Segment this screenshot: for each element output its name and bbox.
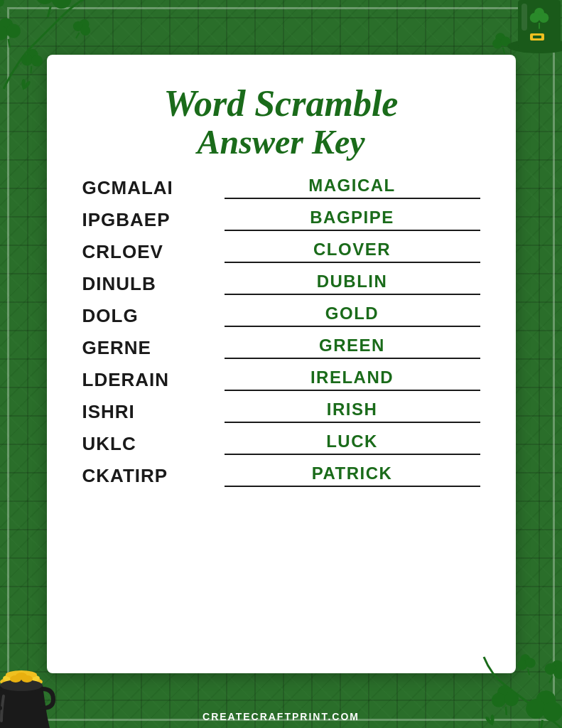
title-line1: Word Scramble <box>82 83 480 124</box>
scrambled-word: UKLC <box>82 433 225 455</box>
svg-line-19 <box>76 33 80 38</box>
word-row: UKLCLUCK <box>82 432 480 458</box>
word-row: CKATIRPPATRICK <box>82 464 480 490</box>
scrambled-word: GCMALAI <box>82 177 225 199</box>
answer-underline <box>225 390 480 391</box>
svg-point-35 <box>3 673 40 683</box>
answer-underline <box>225 486 480 487</box>
scrambled-word: CKATIRP <box>82 465 225 487</box>
svg-point-32 <box>539 13 549 23</box>
answer-underline <box>225 422 480 423</box>
svg-point-21 <box>492 38 504 50</box>
svg-point-54 <box>517 659 529 671</box>
answer-section: IRISH <box>225 400 480 423</box>
answer-section: BAGPIPE <box>225 208 480 231</box>
svg-point-53 <box>519 653 531 665</box>
svg-line-3 <box>48 6 50 17</box>
scrambled-word: DINULB <box>82 273 225 295</box>
word-row: GCMALAIMAGICAL <box>82 176 480 202</box>
svg-line-7 <box>9 39 10 48</box>
svg-point-2 <box>49 0 73 11</box>
answer-word: IRISH <box>327 400 378 419</box>
svg-point-1 <box>33 0 57 6</box>
svg-point-47 <box>504 691 519 707</box>
svg-rect-26 <box>518 32 561 42</box>
answer-word: CLOVER <box>313 240 391 259</box>
answer-underline <box>225 358 480 359</box>
svg-point-50 <box>543 661 558 676</box>
word-row: ISHRIIRISH <box>82 400 480 426</box>
answer-section: IRELAND <box>225 368 480 391</box>
answer-section: GOLD <box>225 304 480 327</box>
svg-point-45 <box>497 685 512 700</box>
title-line2: Answer Key <box>82 124 480 161</box>
answer-section: PATRICK <box>225 464 480 487</box>
scrambled-word: CRLOEV <box>82 241 225 263</box>
word-row: DINULBDUBLIN <box>82 272 480 298</box>
answer-underline <box>225 454 480 455</box>
svg-point-6 <box>5 23 21 39</box>
svg-point-40 <box>16 673 27 680</box>
answer-underline <box>225 326 480 327</box>
svg-point-17 <box>71 19 85 33</box>
answer-section: LUCK <box>225 432 480 455</box>
answer-underline <box>225 294 480 295</box>
svg-point-39 <box>21 675 33 682</box>
answer-section: GREEN <box>225 336 480 359</box>
svg-line-23 <box>503 48 504 54</box>
content-card: Word Scramble Answer Key GCMALAIMAGICALI… <box>47 55 516 673</box>
svg-rect-25 <box>518 0 561 48</box>
svg-point-30 <box>534 8 544 18</box>
svg-point-55 <box>524 657 536 669</box>
svg-point-8 <box>26 48 38 60</box>
svg-rect-27 <box>530 33 544 41</box>
page: Word Scramble Answer Key GCMALAIMAGICALI… <box>0 0 562 728</box>
answer-section: MAGICAL <box>225 176 480 199</box>
answer-word: LUCK <box>326 432 378 451</box>
word-row: IPGBAEPBAGPIPE <box>82 208 480 234</box>
svg-rect-28 <box>533 36 541 38</box>
svg-point-37 <box>0 680 43 691</box>
word-row: LDERAINIRELAND <box>82 368 480 394</box>
word-row: GERNEGREEN <box>82 336 480 362</box>
svg-point-20 <box>495 32 507 44</box>
svg-point-16 <box>77 17 91 31</box>
answer-word: BAGPIPE <box>310 208 394 228</box>
svg-line-52 <box>549 676 552 682</box>
svg-point-36 <box>6 670 37 679</box>
scrambled-word: IPGBAEP <box>82 209 225 231</box>
scrambled-word: ISHRI <box>82 401 225 423</box>
svg-point-24 <box>507 39 562 53</box>
word-row: CRLOEVCLOVER <box>82 240 480 266</box>
svg-point-9 <box>21 54 33 66</box>
svg-point-14 <box>0 0 5 8</box>
svg-point-34 <box>0 676 43 687</box>
svg-point-5 <box>0 25 9 41</box>
answer-section: DUBLIN <box>225 272 480 295</box>
svg-point-46 <box>491 692 507 708</box>
answer-word: GOLD <box>325 304 379 323</box>
answer-word: DUBLIN <box>317 272 388 291</box>
answer-word: GREEN <box>319 336 385 355</box>
svg-point-4 <box>0 17 14 33</box>
answer-underline <box>225 198 480 199</box>
svg-point-12 <box>0 0 1 5</box>
answer-section: CLOVER <box>225 240 480 263</box>
svg-line-11 <box>31 66 31 73</box>
title-section: Word Scramble Answer Key <box>82 76 480 161</box>
answer-word: PATRICK <box>312 464 393 483</box>
svg-point-22 <box>499 36 512 48</box>
svg-point-51 <box>552 665 562 680</box>
svg-point-41 <box>534 689 557 712</box>
answer-underline <box>225 230 480 231</box>
svg-point-18 <box>79 23 92 37</box>
scrambled-word: GERNE <box>82 337 225 359</box>
scrambled-word: DOLG <box>82 305 225 327</box>
footer-text: CREATECRAFTPRINT.COM <box>0 711 562 722</box>
answer-underline <box>225 262 480 263</box>
answer-word: IRELAND <box>310 368 394 387</box>
word-list: GCMALAIMAGICALIPGBAEPBAGPIPECRLOEVCLOVER… <box>82 176 480 490</box>
word-row: DOLGGOLD <box>82 304 480 330</box>
svg-point-38 <box>10 675 21 682</box>
svg-rect-29 <box>522 4 527 31</box>
